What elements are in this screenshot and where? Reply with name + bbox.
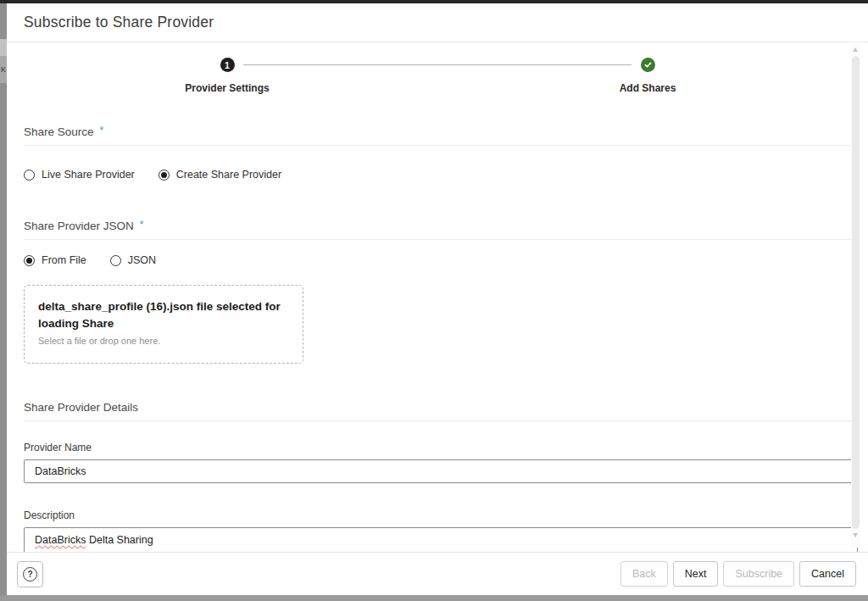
- description-rest: Delta Sharing: [86, 534, 153, 546]
- step-label: Add Shares: [620, 82, 676, 94]
- dialog-footer: ? Back Next Subscribe Cancel: [7, 552, 868, 595]
- background-page-sliver: K: [0, 3, 7, 595]
- next-button[interactable]: Next: [673, 561, 719, 587]
- provider-name-label: Provider Name: [24, 442, 858, 454]
- share-source-section: Share Source * Live Share Provider Creat…: [17, 125, 858, 181]
- subscribe-button[interactable]: Subscribe: [723, 561, 794, 587]
- share-provider-json-section: Share Provider JSON * From File JSON del…: [17, 220, 858, 364]
- share-source-label: Share Source: [24, 125, 94, 138]
- radio-from-file[interactable]: From File: [24, 254, 86, 266]
- check-icon: [641, 58, 655, 72]
- misspelled-word: DataBricks: [35, 534, 86, 546]
- file-dropzone[interactable]: delta_share_profile (16).json file selec…: [24, 285, 303, 364]
- back-button[interactable]: Back: [620, 561, 668, 587]
- required-asterisk-icon: *: [140, 219, 144, 231]
- share-source-radio-group: Live Share Provider Create Share Provide…: [24, 169, 858, 181]
- scroll-down-icon[interactable]: [853, 533, 858, 537]
- radio-selected-icon: [159, 170, 170, 181]
- scroll-up-icon[interactable]: [853, 47, 858, 52]
- radio-create-share-provider[interactable]: Create Share Provider: [159, 169, 281, 181]
- radio-icon: [24, 170, 35, 181]
- dropzone-selected-file-text: delta_share_profile (16).json file selec…: [38, 298, 289, 331]
- wizard-stepper: 1 Provider Settings Add Shares: [17, 58, 858, 94]
- share-provider-json-label: Share Provider JSON: [24, 220, 134, 232]
- scrollbar-thumb[interactable]: [852, 56, 860, 529]
- share-provider-details-section: Share Provider Details Provider Name Des…: [17, 401, 858, 552]
- radio-json[interactable]: JSON: [110, 254, 156, 266]
- background-partial-text: K: [0, 56, 7, 83]
- radio-selected-icon: [24, 255, 35, 266]
- dialog-header: Subscribe to Share Provider: [7, 3, 868, 42]
- json-source-radio-group: From File JSON: [24, 254, 858, 266]
- section-divider: [24, 239, 858, 240]
- dropzone-hint-text: Select a file or drop one here.: [38, 336, 289, 346]
- help-button[interactable]: ?: [17, 561, 43, 587]
- dialog-body: 1 Provider Settings Add Shares Share Sou…: [7, 43, 868, 552]
- step-number-badge: 1: [220, 58, 235, 72]
- required-asterisk-icon: *: [100, 125, 104, 136]
- radio-live-share-provider[interactable]: Live Share Provider: [24, 169, 135, 181]
- window-bottom-edge: [0, 595, 868, 601]
- step-provider-settings[interactable]: 1 Provider Settings: [17, 58, 437, 94]
- provider-name-input[interactable]: [24, 459, 858, 483]
- share-provider-details-heading: Share Provider Details: [24, 401, 138, 414]
- question-mark-icon: ?: [23, 567, 37, 582]
- window-top-edge: [0, 0, 868, 3]
- step-add-shares[interactable]: Add Shares: [437, 58, 858, 94]
- footer-action-buttons: Back Next Subscribe Cancel: [620, 561, 856, 587]
- section-divider: [24, 145, 858, 146]
- radio-icon: [110, 255, 121, 266]
- description-label: Description: [24, 509, 858, 521]
- section-divider: [24, 420, 858, 421]
- description-input[interactable]: DataBricks Delta Sharing: [24, 527, 858, 552]
- subscribe-share-provider-dialog: Subscribe to Share Provider 1 Provider S…: [7, 3, 868, 595]
- background-page-fragment: [0, 39, 7, 56]
- dialog-title: Subscribe to Share Provider: [24, 14, 214, 31]
- scrollbar[interactable]: [851, 44, 860, 548]
- step-label: Provider Settings: [185, 82, 269, 94]
- cancel-button[interactable]: Cancel: [799, 561, 856, 587]
- stepper-connector-line: [243, 64, 632, 65]
